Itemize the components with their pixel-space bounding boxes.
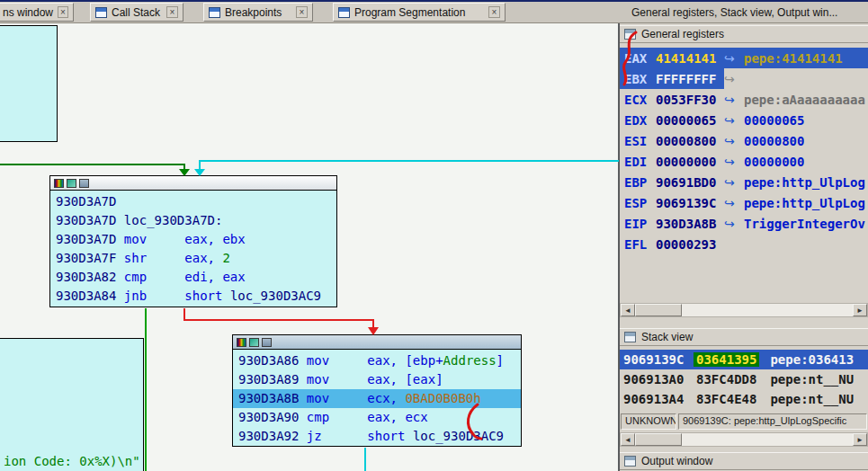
tab-program-segmentation[interactable]: Program Segmentation × [333,3,506,22]
asm-token: 930D3A90 [238,410,307,424]
graph-node-partial-topleft[interactable] [0,25,58,142]
asm-token: 0BAD0B0B0h [405,391,480,405]
register-row-ecx[interactable]: ECX0053FF30↪pepe:aAaaaaaaaaa [620,89,868,110]
asm-token: mov eax, [eax] [307,372,443,387]
asm-line[interactable]: 930D3A82 cmp edi, eax [50,268,336,287]
value-arrow-icon: ↪ [724,196,744,210]
value-arrow-icon: ↪ [724,113,744,128]
graph-node-930D3A7D[interactable]: 930D3A7D930D3A7D loc_930D3A7D:930D3A7D m… [49,175,337,307]
asm-token: mov eax, ebx [124,232,246,246]
asm-line[interactable]: 930D3A84 jnb short loc_930D3AC9 [50,287,336,306]
asm-token: shr eax, [124,251,223,265]
close-icon[interactable]: × [166,6,178,18]
asm-token: 930D3A92 [238,429,307,443]
window-top-edge [0,0,868,2]
asm-line[interactable]: 930D3A7D mov eax, ebx [50,230,336,249]
register-row-eax[interactable]: EAX41414141↪pepe:41414141 [620,48,868,68]
tab-breakpoints[interactable]: Breakpoints × [203,3,313,22]
stack-view-header[interactable]: Stack view [620,328,868,346]
register-symbolic-value: TriggerIntegerOv [744,217,865,231]
asm-token: loc_930D3AC9 [413,429,504,443]
asm-line[interactable]: 930D3A7D [50,192,336,211]
register-symbolic-value: 00000065 [744,113,804,128]
asm-token: 930D3A89 [238,372,307,387]
register-name-value: EFL00000293 [620,234,724,254]
scroll-thumb[interactable] [635,304,682,316]
asm-token: [ebp+ [405,353,443,368]
register-row-ebx[interactable]: EBXFFFFFFFF↪ [620,68,868,89]
register-name-value: EBP90691BD0 [620,172,724,192]
scroll-track[interactable] [682,304,853,316]
block2-body: 930D3A86 mov eax, [ebp+Address]930D3A89 … [233,350,521,446]
value-arrow-icon: ↪ [724,217,744,231]
asm-line[interactable]: 930D3A89 mov eax, [eax] [233,370,521,389]
scroll-left-button[interactable]: ◄ [621,304,635,316]
node-title-bar[interactable] [233,335,521,350]
asm-line[interactable]: 930D3A86 mov eax, [ebp+Address] [233,351,521,370]
graph-view[interactable]: ion Code: 0x%X)\n" 930D3A7D930D3A7D loc_… [0,23,619,471]
asm-token: 2 [222,251,229,265]
register-symbolic-value: pepe:41414141 [744,51,843,66]
registers-hscrollbar[interactable]: ◄ ► [620,303,868,317]
register-row-eip[interactable]: EIP930D3A8B↪TriggerIntegerOv [620,213,868,234]
asm-token: loc_930D3A7D: [124,213,223,227]
asm-line[interactable]: 930D3A7F shr eax, 2 [50,249,336,268]
register-row-ebp[interactable]: EBP90691BD0↪pepe:http_UlpLog [620,172,868,192]
register-value: 0053FF30 [656,93,724,107]
output-window-header[interactable]: Output window [620,452,868,470]
register-name-value: ESP9069139C [620,192,724,213]
stack-row[interactable]: 9069139C03641395pepe:036413 [620,350,868,369]
register-row-edx[interactable]: EDX00000065↪00000065 [620,110,868,130]
asm-token: 930D3A7F [56,251,124,265]
value-arrow-icon: ↪ [724,175,744,190]
register-name: EIP [624,217,656,231]
stack-status-bar: UNKNOWN 9069139C: pepe:http_UlpLogSpecif… [620,413,868,431]
register-row-esi[interactable]: ESI00000800↪00000800 [620,130,868,151]
tab-label: Breakpoints [225,6,282,19]
node-title-bar[interactable] [50,176,336,191]
window-icon [95,7,107,18]
register-value: 00000000 [656,155,724,169]
scroll-right-button[interactable]: ► [853,433,867,446]
scroll-thumb[interactable] [635,433,682,446]
frame-icon [79,179,89,188]
section-title: Stack view [641,331,693,343]
register-row-edi[interactable]: EDI00000000↪00000000 [620,151,868,172]
scroll-track[interactable] [682,433,853,446]
asm-line[interactable]: 930D3A8B mov ecx, 0BAD0B0B0h [233,389,521,408]
asm-token: 930D3A7D [56,213,124,227]
tab-label: Call Stack [112,6,160,19]
stack-address: 9069139C [623,352,694,367]
section-title: General registers [641,28,724,40]
close-icon[interactable]: × [58,6,68,18]
window-icon [338,7,350,18]
register-row-efl[interactable]: EFL00000293 [620,234,868,254]
graph-node-partial-bottomleft[interactable]: ion Code: 0x%X)\n" [0,338,144,471]
application-window: ns window × Call Stack × Breakpoints × P… [0,0,868,471]
tab-ns-window[interactable]: ns window × [0,3,74,22]
general-registers-header[interactable]: General registers [620,25,868,43]
register-name-value: EIP930D3A8B [620,213,724,234]
stack-value: 83FC4DD8 [694,372,759,387]
asm-line[interactable]: 930D3A90 cmp eax, ecx [233,408,521,427]
stack-row[interactable]: 906913A083FC4DD8pepe:nt__NU [620,369,868,389]
graph-node-930D3A86[interactable]: 930D3A86 mov eax, [ebp+Address]930D3A89 … [232,334,522,447]
asm-line[interactable]: 930D3A7D loc_930D3A7D: [50,211,336,230]
register-name: EDI [624,155,656,169]
asm-token: 930D3A7D [56,194,116,209]
stack-symbolic-value: pepe:nt__NU [770,372,868,387]
close-icon[interactable]: × [296,6,308,18]
stack-value: 83FC4E48 [694,392,759,406]
scroll-left-button[interactable]: ◄ [621,433,635,446]
register-symbolic-value: pepe:http_UlpLog [744,196,865,210]
tab-call-stack[interactable]: Call Stack × [90,3,183,22]
stack-hscrollbar[interactable]: ◄ ► [620,432,868,447]
stack-row[interactable]: 906913A483FC4E48pepe:nt__NU [620,389,868,409]
register-row-esp[interactable]: ESP9069139C↪pepe:http_UlpLog [620,192,868,213]
register-name: EAX [624,51,656,66]
palette-icon [237,338,246,347]
scroll-right-button[interactable]: ► [853,304,867,316]
asm-line[interactable]: 930D3A92 jz short loc_930D3AC9 [233,427,521,446]
register-value: 41414141 [656,51,724,66]
close-icon[interactable]: × [488,6,500,18]
